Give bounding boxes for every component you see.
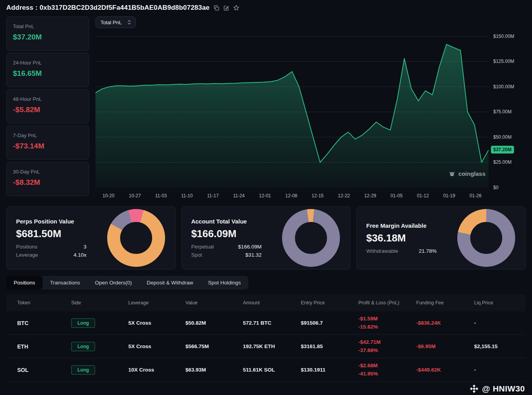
donut-hole bbox=[295, 222, 327, 254]
summary-row-positions: Positions3 bbox=[16, 244, 86, 250]
token-cell: SOL bbox=[17, 367, 71, 373]
liq-price-cell: $2,155.15 bbox=[474, 343, 526, 349]
summary-card-info: Account Total Value$166.09MPerpetual$166… bbox=[191, 218, 262, 258]
donut-chart bbox=[107, 209, 165, 267]
pnl-card-value: -$73.14M bbox=[13, 142, 83, 150]
summary-card-value: $166.09M bbox=[191, 228, 262, 240]
funding-fee-cell: -$836.24K bbox=[416, 320, 474, 326]
x-axis-label: 01-26 bbox=[469, 193, 482, 198]
x-axis-label: 11-24 bbox=[233, 193, 245, 198]
leverage-cell: 10X Cross bbox=[128, 367, 185, 373]
x-axis-label: 12-01 bbox=[259, 193, 271, 198]
summary-row-label: Perpetual bbox=[191, 244, 214, 250]
pnl-card-label: 24-Hour PnL bbox=[13, 60, 83, 66]
star-icon[interactable] bbox=[233, 5, 239, 11]
tab-open-orders-0[interactable]: Open Orders(0) bbox=[88, 276, 140, 290]
tab-spot-holdings[interactable]: Spot Holdings bbox=[201, 276, 248, 290]
amount-cell: 511.61K SOL bbox=[243, 367, 301, 373]
select-chevrons-icon bbox=[127, 20, 131, 25]
summary-row-value: $31.32 bbox=[245, 252, 261, 258]
pnl-cell: -$42.71M-37.68% bbox=[358, 338, 416, 355]
pnl-card-48-hour-pnl: 48-Hour PnL-$5.82M bbox=[6, 89, 89, 123]
x-axis-label: 12-08 bbox=[285, 193, 297, 198]
top-section: Total PnL$37.20M24-Hour PnL$16.65M48-Hou… bbox=[6, 16, 526, 198]
summary-card-value: $36.18M bbox=[366, 232, 437, 244]
summary-row-value: $166.09M bbox=[238, 244, 262, 250]
liq-price-cell: - bbox=[474, 367, 526, 373]
donut-chart bbox=[457, 209, 515, 267]
account-summary-cards: Perps Position Value$681.50MPositions3Le… bbox=[6, 206, 526, 270]
pnl-cell: -$2.68M-41.95% bbox=[358, 362, 416, 378]
leverage-cell: 5X Cross bbox=[128, 320, 185, 326]
pnl-card-24-hour-pnl: 24-Hour PnL$16.65M bbox=[6, 53, 89, 87]
x-axis-label: 10-27 bbox=[129, 193, 141, 198]
amount-cell: 572.71 BTC bbox=[243, 320, 301, 326]
summary-card-free-margin-available: Free Margin Available$36.18MWithdrawable… bbox=[356, 206, 526, 270]
x-axis-label: 11-17 bbox=[207, 193, 219, 198]
coinglass-logo-icon bbox=[448, 170, 456, 177]
pnl-card-value: $16.65M bbox=[13, 69, 83, 78]
summary-card-value: $681.50M bbox=[16, 228, 86, 240]
pnl-card-value: $37.20M bbox=[13, 33, 83, 41]
donut-hole bbox=[120, 222, 152, 254]
current-value-badge: $37.20M bbox=[491, 146, 514, 154]
trader-dashboard: Address : 0xb317D2BC2D3d2Df5Fa441B5bAE0A… bbox=[0, 0, 532, 395]
binance-diamond-icon bbox=[470, 384, 478, 393]
y-axis-label: $100.00M bbox=[493, 84, 514, 89]
pnl-summary-sidebar: Total PnL$37.20M24-Hour PnL$16.65M48-Hou… bbox=[6, 16, 89, 196]
pnl-card-total-pnl: Total PnL$37.20M bbox=[6, 16, 89, 51]
summary-card-title: Perps Position Value bbox=[16, 218, 86, 225]
pnl-card-label: 30-Day PnL bbox=[13, 169, 83, 175]
value-cell: $50.82M bbox=[185, 320, 243, 326]
y-axis-label: $75.00M bbox=[493, 109, 512, 114]
column-header-leverage: Leverage bbox=[128, 300, 185, 306]
address-title: Address : 0xb317D2BC2D3d2Df5Fa441B5bAE0A… bbox=[6, 4, 210, 12]
summary-row-label: Spot bbox=[191, 252, 202, 258]
side-badge[interactable]: Long bbox=[71, 318, 95, 328]
summary-row-value: 21.78% bbox=[419, 248, 437, 254]
tab-deposit-withdraw[interactable]: Deposit & Withdraw bbox=[139, 276, 201, 290]
summary-row-value: 3 bbox=[83, 244, 86, 250]
summary-row-perpetual: Perpetual$166.09M bbox=[191, 244, 262, 250]
chart-metric-select[interactable]: Total PnL bbox=[95, 16, 136, 28]
x-axis-label: 01-05 bbox=[390, 193, 403, 198]
side-badge[interactable]: Long bbox=[71, 365, 95, 375]
summary-row-label: Withdrawable bbox=[366, 248, 398, 254]
entry-price-cell: $130.1911 bbox=[301, 367, 358, 373]
x-axis-label: 11-10 bbox=[181, 193, 193, 198]
pnl-area-chart[interactable]: $37.20M $150.00M$125.00M$100.00M$75.00M$… bbox=[95, 31, 489, 188]
pnl-card-value: -$5.82M bbox=[13, 105, 83, 114]
x-axis-label: 01-19 bbox=[443, 193, 455, 198]
positions-table-header: TokenSideLeverageValueAmountEntry PriceP… bbox=[6, 294, 526, 311]
column-header-value: Value bbox=[185, 300, 243, 306]
tab-transactions[interactable]: Transactions bbox=[43, 276, 88, 290]
liq-price-cell: - bbox=[474, 320, 526, 326]
y-axis-label: $0 bbox=[493, 185, 498, 190]
copy-icon[interactable] bbox=[214, 5, 219, 11]
x-axis-label: 12-29 bbox=[364, 193, 376, 198]
summary-row-label: Leverage bbox=[16, 252, 38, 258]
positions-tabs: PositionsTransactionsOpen Orders(0)Depos… bbox=[6, 276, 248, 290]
column-header-funding-fee: Funding Fee bbox=[416, 300, 474, 306]
funding-fee-cell: -$6.95M bbox=[416, 343, 474, 349]
y-axis-label: $25.00M bbox=[493, 159, 512, 165]
pnl-amount: -$1.59M bbox=[358, 315, 416, 323]
side-badge[interactable]: Long bbox=[71, 342, 95, 351]
summary-row-leverage: Leverage4.10x bbox=[16, 252, 86, 258]
y-axis: $37.20M $150.00M$125.00M$100.00M$75.00M$… bbox=[489, 31, 526, 188]
pnl-chart-section: Total PnL $37.20M $150.00M$125.00M$100.0… bbox=[95, 16, 526, 198]
summary-row-withdrawable: Withdrawable21.78% bbox=[366, 248, 437, 254]
summary-card-account-total-value: Account Total Value$166.09MPerpetual$166… bbox=[182, 206, 351, 270]
column-header-side: Side bbox=[71, 300, 128, 306]
donut-hole bbox=[470, 222, 502, 254]
column-header-entry-price: Entry Price bbox=[301, 300, 358, 306]
edit-icon[interactable] bbox=[223, 5, 229, 11]
pnl-card-7-day-pnl: 7-Day PnL-$73.14M bbox=[6, 125, 89, 160]
tab-positions[interactable]: Positions bbox=[6, 276, 43, 290]
y-axis-label: $150.00M bbox=[493, 34, 514, 39]
funding-fee-cell: -$449.62K bbox=[416, 367, 474, 373]
y-axis-label: $50.00M bbox=[493, 134, 512, 140]
summary-card-info: Perps Position Value$681.50MPositions3Le… bbox=[16, 218, 86, 258]
summary-card-title: Account Total Value bbox=[191, 218, 262, 225]
x-axis: 10-2010-2711-0311-1011-1711-2412-0112-08… bbox=[95, 193, 489, 198]
